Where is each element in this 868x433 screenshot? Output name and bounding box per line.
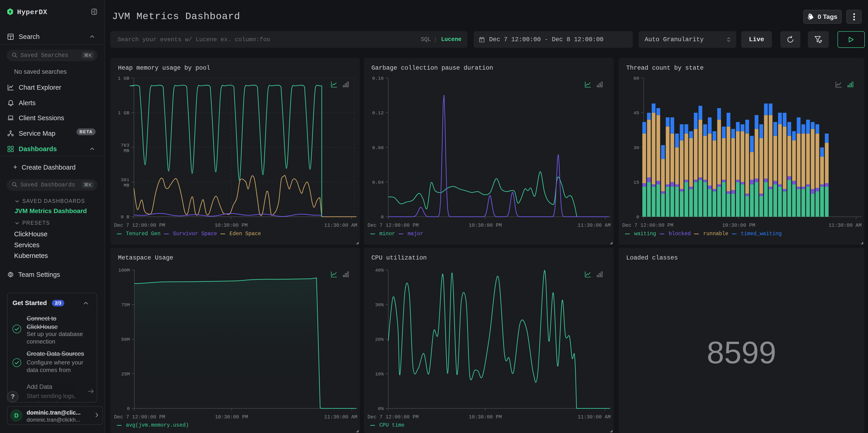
svg-text:50M: 50M: [121, 337, 130, 342]
svg-text:15: 15: [633, 180, 639, 185]
svg-text:MB: MB: [124, 148, 129, 153]
svg-text:Dec 7 12:00:00 PM: Dec 7 12:00:00 PM: [114, 414, 165, 420]
svg-text:381: 381: [121, 177, 129, 183]
svg-text:60: 60: [633, 76, 639, 81]
svg-text:10:30:00 PM: 10:30:00 PM: [469, 223, 502, 228]
svg-text:30: 30: [633, 145, 639, 151]
svg-text:25M: 25M: [121, 372, 130, 377]
svg-text:0.08: 0.08: [372, 145, 384, 151]
svg-text:10:30:00 PM: 10:30:00 PM: [215, 414, 248, 420]
svg-text:10:30:00 PM: 10:30:00 PM: [722, 223, 755, 228]
svg-text:11:30:00 AM: 11:30:00 AM: [578, 414, 611, 420]
svg-text:0.04: 0.04: [372, 180, 384, 185]
svg-text:11:30:00 AM: 11:30:00 AM: [578, 223, 611, 228]
svg-text:Dec 7 12:00:00 PM: Dec 7 12:00:00 PM: [368, 414, 418, 420]
svg-text:Dec 7 12:00:00 PM: Dec 7 12:00:00 PM: [368, 223, 418, 228]
svg-text:30%: 30%: [375, 302, 384, 308]
svg-text:763: 763: [121, 143, 129, 148]
svg-text:40%: 40%: [375, 268, 384, 273]
svg-text:45: 45: [633, 111, 639, 116]
svg-text:Dec 7 12:00:00 PM: Dec 7 12:00:00 PM: [114, 223, 165, 228]
svg-text:20%: 20%: [375, 337, 384, 342]
svg-text:Dec 7 12:00:00 PM: Dec 7 12:00:00 PM: [622, 223, 673, 228]
svg-text:MB: MB: [124, 183, 129, 188]
svg-text:10%: 10%: [375, 372, 384, 377]
svg-text:0 B: 0 B: [121, 214, 129, 220]
svg-text:100M: 100M: [118, 268, 130, 273]
svg-text:1 GB: 1 GB: [118, 76, 129, 81]
svg-text:0%: 0%: [378, 406, 384, 411]
svg-text:0.12: 0.12: [372, 111, 384, 116]
svg-text:0.16: 0.16: [372, 76, 384, 81]
svg-text:1 GB: 1 GB: [118, 111, 129, 116]
svg-text:0: 0: [636, 214, 639, 220]
svg-text:11:30:00 AM: 11:30:00 AM: [324, 223, 357, 228]
svg-text:11:30:00 AM: 11:30:00 AM: [324, 414, 357, 420]
svg-text:0: 0: [127, 406, 130, 411]
svg-text:0: 0: [381, 214, 384, 220]
svg-text:11:30:00 AM: 11:30:00 AM: [829, 223, 862, 228]
svg-text:75M: 75M: [121, 302, 130, 308]
svg-text:10:30:00 PM: 10:30:00 PM: [469, 414, 502, 420]
svg-text:10:30:00 PM: 10:30:00 PM: [215, 223, 248, 228]
